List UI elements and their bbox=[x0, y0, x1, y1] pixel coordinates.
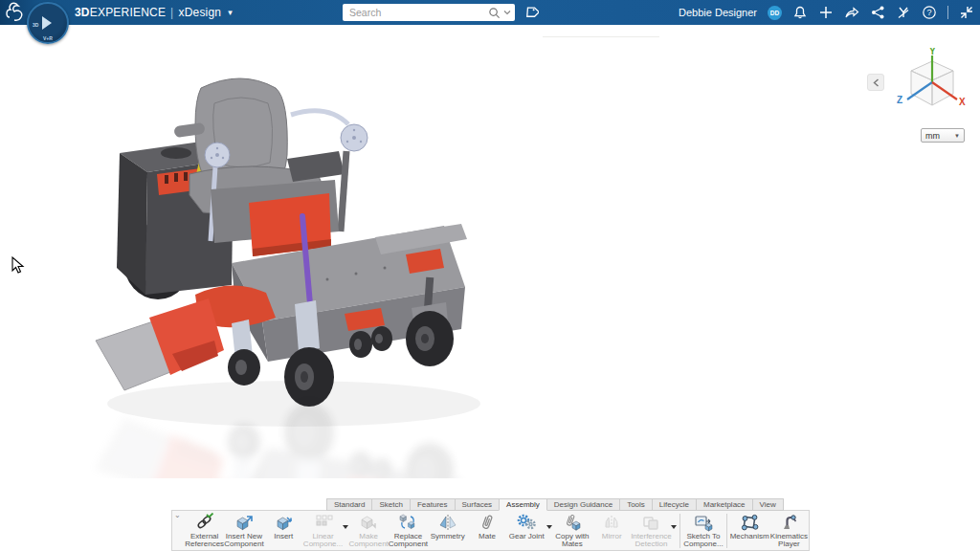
button-label: External References bbox=[185, 533, 224, 550]
gear-joint-icon bbox=[517, 513, 536, 532]
tab-standard[interactable]: Standard bbox=[326, 498, 372, 511]
ribbon-toolbar: ⌄ External ReferencesInsert New Componen… bbox=[171, 510, 810, 551]
tab-tools[interactable]: Tools bbox=[619, 498, 653, 511]
share-arrow-icon[interactable] bbox=[844, 5, 859, 20]
compass-west-label: 3D bbox=[33, 22, 38, 28]
button-label: Insert New Component bbox=[224, 533, 263, 550]
tab-features[interactable]: Features bbox=[410, 498, 456, 511]
ribbon-group-divider bbox=[726, 514, 727, 548]
top-bar: 3D V+R 3DEXPERIENCE | xDesign ▾ Debbie D… bbox=[0, 0, 980, 25]
symmetry-icon bbox=[438, 513, 457, 532]
button-label: Sketch To Compone... bbox=[683, 533, 723, 550]
app-chevron-down-icon[interactable]: ▾ bbox=[228, 8, 233, 17]
tab-design-guidance[interactable]: Design Guidance bbox=[546, 498, 620, 511]
title-separator: | bbox=[170, 6, 173, 19]
sketch-to-component-icon bbox=[694, 513, 713, 532]
button-kinematics-player[interactable]: Kinematics Player bbox=[769, 512, 809, 550]
make-component-icon bbox=[359, 513, 378, 532]
copy-with-mates-icon bbox=[563, 513, 582, 532]
brand-experience: EXPERIENCE bbox=[90, 6, 166, 19]
3ds-logo[interactable] bbox=[6, 2, 27, 23]
topbar-divider bbox=[947, 6, 948, 19]
search-box[interactable] bbox=[343, 4, 515, 21]
mower-3d-model[interactable] bbox=[88, 67, 500, 478]
mirror-icon bbox=[602, 513, 621, 532]
replace-component-icon bbox=[398, 513, 417, 532]
ribbon-group-divider bbox=[679, 514, 680, 548]
button-label: Mate bbox=[479, 533, 496, 541]
linear-component-icon bbox=[314, 513, 333, 532]
button-mirror: Mirror bbox=[592, 512, 632, 550]
insert-new-component-icon bbox=[234, 513, 254, 532]
button-label: Mechanism bbox=[730, 533, 769, 541]
notifications-icon[interactable] bbox=[792, 5, 808, 20]
units-dropdown[interactable]: mm ▼ bbox=[921, 128, 965, 143]
button-label: Gear Joint bbox=[509, 533, 545, 541]
units-value: mm bbox=[925, 131, 954, 141]
button-interference-detection: Interference Detection bbox=[632, 512, 671, 550]
ribbon-collapse-icon[interactable]: ⌄ bbox=[174, 511, 181, 519]
button-replace-component[interactable]: Replace Component bbox=[389, 512, 428, 550]
tab-view[interactable]: View bbox=[752, 498, 784, 511]
hidden-panel-edge bbox=[543, 36, 659, 37]
button-make-component: Make Component bbox=[348, 512, 388, 550]
units-chevron-icon: ▼ bbox=[954, 133, 960, 139]
button-linear-compone: Linear Compone... bbox=[303, 512, 343, 550]
button-symmetry[interactable]: Symmetry bbox=[428, 512, 467, 550]
button-label: Mirror bbox=[602, 533, 622, 541]
user-name[interactable]: Debbie Designer bbox=[679, 7, 757, 18]
tab-sketch[interactable]: Sketch bbox=[371, 498, 410, 511]
ribbon-tabs: StandardSketchFeaturesSurfacesAssemblyDe… bbox=[327, 498, 784, 511]
button-label: Replace Component bbox=[389, 533, 428, 550]
view-triad-cube[interactable]: Y Z X bbox=[896, 48, 969, 124]
axis-z-label: Z bbox=[897, 95, 902, 105]
user-avatar[interactable]: DD bbox=[768, 6, 782, 20]
button-sketch-to-compone[interactable]: Sketch To Compone... bbox=[683, 512, 723, 550]
collapse-window-icon[interactable] bbox=[959, 5, 974, 20]
tab-marketplace[interactable]: Marketplace bbox=[696, 498, 753, 511]
brand-3d: 3D bbox=[75, 6, 90, 19]
share-network-icon[interactable] bbox=[870, 5, 885, 20]
button-label: Kinematics Player bbox=[769, 533, 809, 550]
tab-lifecycle[interactable]: Lifecycle bbox=[652, 498, 697, 511]
tag-icon[interactable] bbox=[523, 5, 539, 20]
apps-icon[interactable] bbox=[896, 5, 911, 20]
kinematics-player-icon bbox=[779, 513, 798, 532]
mouse-cursor bbox=[11, 256, 25, 276]
compass-play-icon bbox=[42, 16, 52, 30]
tab-surfaces[interactable]: Surfaces bbox=[455, 498, 501, 511]
interference-detection-icon bbox=[641, 513, 660, 532]
button-mate[interactable]: Mate bbox=[467, 512, 506, 550]
button-insert-new-component[interactable]: Insert New Component bbox=[224, 512, 263, 550]
button-insert[interactable]: Insert bbox=[264, 512, 303, 550]
button-interference-detection-dropdown-icon[interactable] bbox=[671, 525, 677, 529]
add-icon[interactable] bbox=[818, 5, 834, 20]
button-label: Make Component bbox=[348, 533, 388, 550]
external-references-icon bbox=[195, 513, 214, 532]
axis-y-label: Y bbox=[929, 48, 936, 56]
search-icon[interactable] bbox=[488, 7, 501, 19]
button-gear-joint[interactable]: Gear Joint bbox=[507, 512, 546, 550]
axis-x-label: X bbox=[959, 97, 966, 107]
compass-south-label: V+R bbox=[43, 35, 53, 41]
button-label: Interference Detection bbox=[631, 533, 672, 550]
mechanism-icon bbox=[740, 513, 759, 532]
3dexperience-compass[interactable]: 3D V+R bbox=[27, 2, 69, 44]
mate-icon bbox=[478, 513, 497, 532]
app-name[interactable]: xDesign bbox=[178, 6, 221, 19]
search-input[interactable] bbox=[349, 7, 485, 18]
help-icon[interactable]: ? bbox=[922, 5, 937, 20]
expand-panel-button[interactable] bbox=[867, 74, 884, 91]
button-label: Linear Compone... bbox=[303, 533, 343, 550]
button-external-references[interactable]: External References bbox=[185, 512, 224, 550]
button-copy-with-mates[interactable]: Copy with Mates bbox=[552, 512, 591, 550]
button-label: Symmetry bbox=[431, 533, 465, 541]
app-title: 3DEXPERIENCE | xDesign ▾ bbox=[75, 6, 233, 19]
insert-icon bbox=[274, 513, 293, 532]
button-label: Insert bbox=[274, 533, 293, 541]
search-options-chevron-icon[interactable] bbox=[503, 9, 511, 16]
tab-assembly[interactable]: Assembly bbox=[499, 498, 547, 511]
svg-text:?: ? bbox=[926, 8, 931, 17]
button-mechanism[interactable]: Mechanism bbox=[729, 512, 768, 550]
button-label: Copy with Mates bbox=[552, 533, 591, 550]
